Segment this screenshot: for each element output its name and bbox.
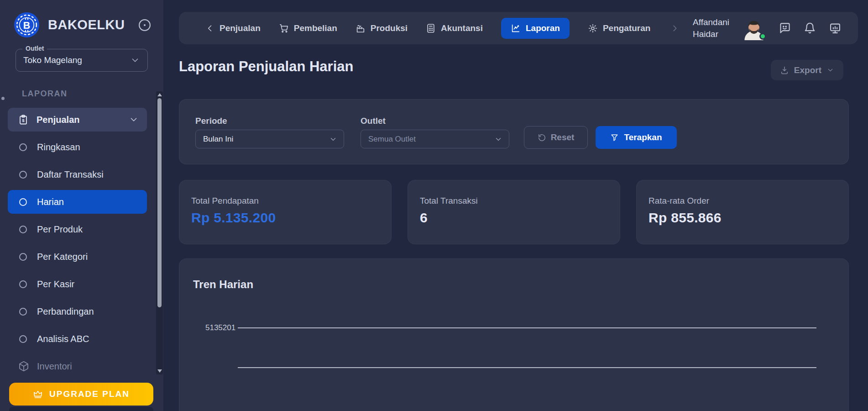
periode-label: Periode <box>195 116 227 126</box>
sidebar-item-per-kasir[interactable]: Per Kasir <box>8 272 147 296</box>
filter-panel: Periode Bulan Ini Outlet Semua Outlet Re… <box>179 99 849 164</box>
online-status-dot <box>759 33 766 40</box>
scroll-indicator-dot <box>1 97 5 100</box>
outlet-selector-label: Outlet <box>22 45 47 52</box>
reset-button[interactable]: Reset <box>524 126 588 149</box>
cart-icon <box>279 23 289 33</box>
page-title: Laporan Penjualan Harian <box>179 58 353 75</box>
sidebar-section-label: LAPORAN <box>22 89 163 99</box>
user-name[interactable]: Affandani Haidar <box>693 16 729 39</box>
stat-card-total-transaksi: Total Transaksi 6 <box>408 180 620 244</box>
sidebar-item-label: Penjualan <box>37 115 79 125</box>
chevron-down-icon <box>329 135 337 143</box>
chevron-down-icon <box>129 115 139 125</box>
brand-name: BAKOELKU <box>48 17 125 32</box>
nav-item-akuntansi[interactable]: Akuntansi <box>426 23 483 33</box>
feedback-button[interactable] <box>779 22 791 34</box>
stat-value: Rp 855.866 <box>648 210 837 226</box>
daily-trend-chart-panel: Tren Harian 5135201 <box>179 258 849 411</box>
radio-circle-icon <box>19 335 27 343</box>
display-mode-button[interactable] <box>829 22 842 35</box>
scrollbar-thumb[interactable] <box>157 98 162 307</box>
radio-circle-icon <box>19 143 27 151</box>
stat-label: Total Transaksi <box>420 196 608 206</box>
user-avatar[interactable] <box>742 16 766 40</box>
sidebar-item-penjualan-parent[interactable]: $ Penjualan <box>8 108 147 132</box>
download-icon <box>780 66 789 75</box>
chevron-down-icon <box>826 66 834 74</box>
radio-circle-icon <box>19 253 27 261</box>
stat-value: 6 <box>420 210 608 226</box>
summary-stats-row: Total Pendapatan Rp 5.135.200 Total Tran… <box>179 180 849 244</box>
scrollbar-down-arrow[interactable] <box>157 369 162 373</box>
chart-gridline <box>238 327 816 328</box>
outlet-selector-value: Toko Magelang <box>23 55 82 65</box>
stat-label: Total Pendapatan <box>191 196 379 206</box>
funnel-icon <box>610 133 619 142</box>
sidebar-item-per-kategori[interactable]: Per Kategori <box>8 245 147 269</box>
radio-circle-icon <box>19 198 27 206</box>
clipboard-dollar-icon: $ <box>18 114 29 125</box>
sidebar-item-analisis-abc[interactable]: Analisis ABC <box>8 327 147 351</box>
calculator-icon <box>426 23 436 33</box>
stat-card-total-pendapatan: Total Pendapatan Rp 5.135.200 <box>179 180 392 244</box>
chart-gridline <box>238 367 816 368</box>
sidebar-item-inventori[interactable]: Inventori <box>8 354 147 378</box>
nav-item-pembelian[interactable]: Pembelian <box>279 23 337 33</box>
outlet-selector[interactable]: Outlet Toko Magelang <box>16 49 148 72</box>
sidebar: B BAKOELKU Outlet Toko Magelang LAPORAN <box>0 0 163 411</box>
package-icon <box>18 361 29 372</box>
nav-item-penjualan[interactable]: Penjualan <box>205 23 261 33</box>
nav-item-produksi[interactable]: Produksi <box>356 23 408 33</box>
crown-icon <box>33 389 43 399</box>
chevron-left-icon <box>205 24 214 33</box>
scrollbar-up-arrow[interactable] <box>157 93 162 96</box>
analytics-icon <box>511 23 521 33</box>
radio-circle-icon <box>19 280 27 288</box>
nav-item-laporan[interactable]: Laporan <box>501 18 570 39</box>
chart-gridline-row <box>205 367 816 368</box>
notifications-bell-button[interactable] <box>804 22 816 34</box>
outlet-filter-label: Outlet <box>361 116 386 126</box>
chart-gridline-row: 5135201 <box>205 323 816 332</box>
chevron-down-icon <box>494 135 502 143</box>
sidebar-submenu: Ringkasan Daftar Transaksi Harian Per Pr… <box>0 135 163 378</box>
nav-item-pengaturan[interactable]: Pengaturan <box>588 23 651 33</box>
svg-text:$: $ <box>22 118 25 123</box>
sidebar-bottom-panel <box>9 407 153 411</box>
sidebar-item-ringkasan[interactable]: Ringkasan <box>8 135 147 159</box>
radio-circle-icon <box>19 171 27 179</box>
sidebar-item-perbandingan[interactable]: Perbandingan <box>8 300 147 323</box>
radio-circle-icon <box>19 308 27 316</box>
y-axis-tick-label: 5135201 <box>205 323 238 332</box>
sidebar-item-harian[interactable]: Harian <box>8 190 147 214</box>
sidebar-item-per-produk[interactable]: Per Produk <box>8 217 147 241</box>
sidebar-collapse-button[interactable] <box>138 18 152 32</box>
svg-text:B: B <box>23 20 30 31</box>
topbar-right-group: Affandani Haidar <box>670 16 842 40</box>
export-button[interactable]: Export <box>771 60 843 80</box>
chevron-down-icon <box>130 55 140 65</box>
refresh-icon <box>538 133 546 142</box>
sidebar-header: B BAKOELKU <box>0 0 163 38</box>
stat-card-rata-rata-order: Rata-rata Order Rp 855.866 <box>636 180 849 244</box>
stat-value: Rp 5.135.200 <box>191 210 379 226</box>
brand-logo-icon: B <box>14 12 40 38</box>
chart-title: Tren Harian <box>193 278 253 291</box>
gear-icon <box>588 23 598 33</box>
sidebar-item-daftar-transaksi[interactable]: Daftar Transaksi <box>8 163 147 186</box>
terapkan-button[interactable]: Terapkan <box>596 126 677 149</box>
upgrade-plan-button[interactable]: UPGRADE PLAN <box>9 383 153 406</box>
outlet-select[interactable]: Semua Outlet <box>361 130 509 148</box>
stat-label: Rata-rata Order <box>648 196 837 206</box>
sidebar-scrollbar[interactable] <box>156 91 163 374</box>
periode-select[interactable]: Bulan Ini <box>195 130 344 148</box>
top-nav-tabs: Penjualan Pembelian Prod <box>205 18 650 39</box>
chevron-right-icon <box>670 23 680 33</box>
factory-icon <box>356 23 366 33</box>
top-navigation-bar: Penjualan Pembelian Prod <box>179 12 858 44</box>
radio-circle-icon <box>19 226 27 233</box>
app-root: B BAKOELKU Outlet Toko Magelang LAPORAN <box>0 0 868 411</box>
